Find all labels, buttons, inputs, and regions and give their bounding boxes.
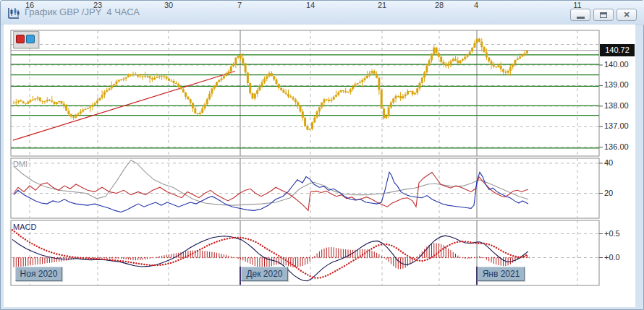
dmi-axis-label: 40: [604, 158, 613, 167]
x-axis-label: 30: [158, 1, 179, 9]
macd-panel-label: MACD: [13, 223, 36, 231]
x-axis-label: 21: [371, 1, 393, 9]
month-label-dec: Дек 2020: [241, 267, 288, 281]
price-axis-label: 140.00: [604, 60, 629, 69]
x-axis-label: 16: [19, 1, 41, 9]
x-axis-label: 14: [300, 1, 321, 9]
x-axis-label: 4: [465, 1, 487, 9]
month-label-jan: Янв 2021: [478, 267, 525, 281]
price-axis-label: 138.00: [604, 101, 629, 110]
app-window: График GBP /JPY 4 ЧАСА ✕ DMI MACD Ноя 20…: [0, 0, 644, 310]
toolbar-red-button[interactable]: [16, 35, 25, 43]
dmi-axis-label: 20: [604, 189, 613, 197]
current-price-flag: 140.72: [600, 44, 635, 56]
macd-axis-label: +0.0: [604, 253, 620, 262]
chart-toolbar: [13, 31, 39, 48]
x-axis-label: 11: [567, 1, 588, 9]
x-axis-label: 23: [87, 1, 109, 9]
macd-axis-label: +0.5: [604, 229, 620, 238]
x-axis-label: 7: [229, 1, 250, 9]
month-label-nov: Ноя 2020: [15, 267, 62, 281]
dmi-panel-label: DMI: [13, 160, 27, 168]
toolbar-blue-button[interactable]: [26, 35, 35, 43]
chart-plot-area[interactable]: [11, 30, 599, 285]
price-axis-label: 137.00: [604, 121, 629, 130]
price-axis-label: 139.00: [604, 80, 629, 89]
x-axis-label: 28: [428, 1, 450, 9]
price-axis-label: 136.00: [604, 142, 629, 151]
